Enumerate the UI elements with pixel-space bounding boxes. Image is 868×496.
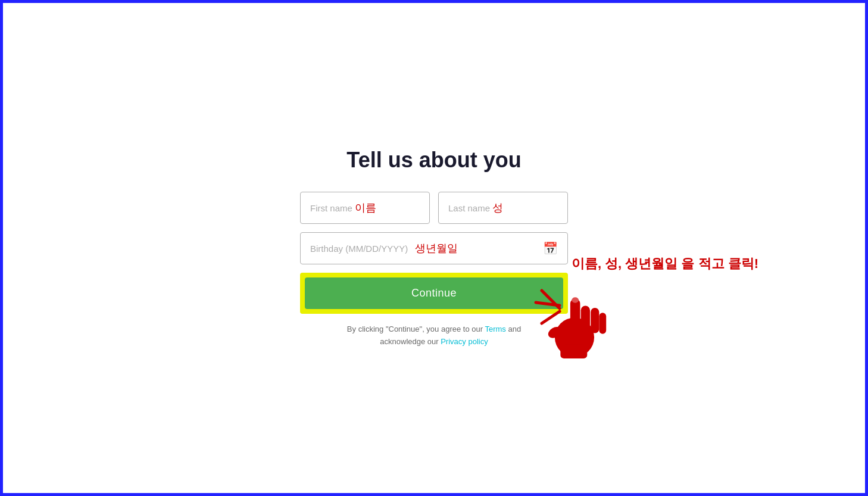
terms-link[interactable]: Terms [485, 325, 505, 333]
terms-text-2: and [506, 325, 521, 333]
birthday-korean-label: 생년월일 [415, 241, 458, 255]
click-lines-svg [524, 273, 619, 368]
annotation-container: 이름, 성, 생년월일 을 적고 클릭! [572, 255, 758, 364]
terms-text-1: By clicking "Continue", you agree to our [347, 325, 485, 333]
birthday-field[interactable]: Birthday (MM/DD/YYYY) 생년월일 📅 [300, 232, 568, 264]
first-name-wrapper: First name 이름 [300, 192, 430, 224]
first-name-placeholder: First name [310, 203, 352, 213]
last-name-placeholder: Last name [448, 203, 490, 213]
calendar-icon[interactable]: 📅 [543, 241, 558, 255]
birthday-row: Birthday (MM/DD/YYYY) 생년월일 📅 [300, 232, 568, 264]
svg-line-2 [542, 311, 560, 323]
first-name-korean-label: 이름 [355, 201, 376, 215]
form-container: Tell us about you First name 이름 Last nam… [300, 148, 568, 348]
page-title: Tell us about you [346, 148, 521, 173]
last-name-korean-label: 성 [492, 201, 503, 215]
terms-text: By clicking "Continue", you agree to our… [347, 323, 521, 348]
privacy-link[interactable]: Privacy policy [441, 337, 488, 346]
terms-text-3: acknowledge our [380, 337, 441, 346]
last-name-field[interactable]: Last name 성 [438, 192, 568, 224]
annotation-text: 이름, 성, 생년월일 을 적고 클릭! [572, 255, 758, 273]
birthday-left: Birthday (MM/DD/YYYY) 생년월일 [310, 241, 458, 255]
name-row: First name 이름 Last name 성 [300, 192, 568, 224]
page-container: Tell us about you First name 이름 Last nam… [3, 3, 865, 493]
first-name-field[interactable]: First name 이름 [300, 192, 430, 224]
birthday-placeholder: Birthday (MM/DD/YYYY) [310, 244, 408, 254]
last-name-wrapper: Last name 성 [438, 192, 568, 224]
